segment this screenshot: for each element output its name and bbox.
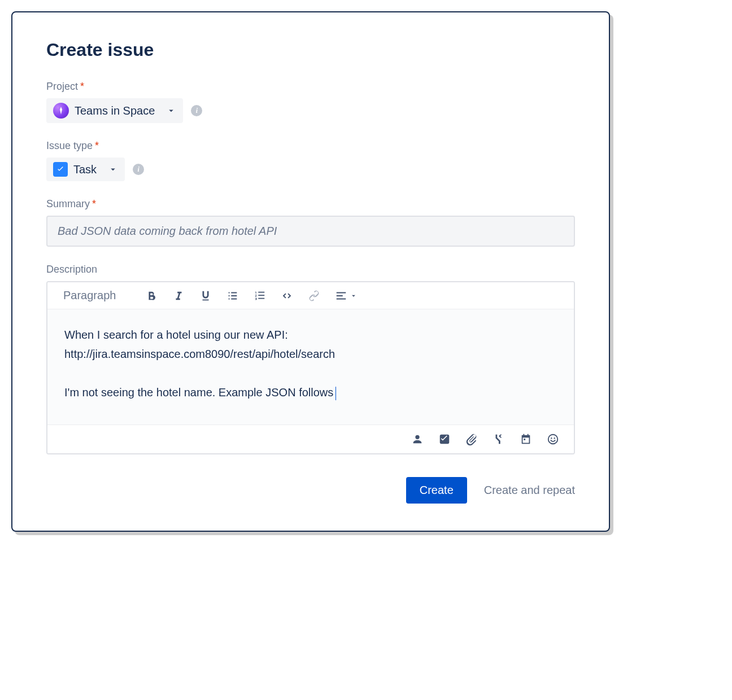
italic-button[interactable] bbox=[172, 290, 185, 302]
description-textarea[interactable]: When I search for a hotel using our new … bbox=[47, 309, 574, 425]
modal-actions: Create Create and repeat bbox=[46, 477, 575, 504]
info-icon[interactable]: i bbox=[191, 105, 202, 116]
svg-point-4 bbox=[554, 438, 555, 439]
decision-button[interactable] bbox=[493, 433, 505, 445]
issue-type-select[interactable]: Task bbox=[46, 158, 125, 181]
emoji-button[interactable] bbox=[547, 433, 559, 445]
modal-title: Create issue bbox=[46, 40, 575, 60]
link-button[interactable] bbox=[308, 290, 320, 302]
summary-field: Summary* bbox=[46, 198, 575, 247]
svg-point-2 bbox=[548, 435, 558, 444]
task-type-icon bbox=[53, 162, 68, 177]
project-select[interactable]: Teams in Space bbox=[46, 98, 183, 123]
issue-type-field: Issue type* Task i bbox=[46, 140, 575, 181]
numbered-list-button[interactable] bbox=[254, 290, 266, 302]
bullet-list-button[interactable] bbox=[226, 290, 239, 302]
svg-point-0 bbox=[60, 109, 62, 111]
description-field: Description Paragraph bbox=[46, 264, 575, 454]
project-avatar-icon bbox=[53, 103, 69, 119]
issue-type-select-value: Task bbox=[73, 163, 97, 176]
project-field: Project* Teams in Space i bbox=[46, 81, 575, 123]
create-issue-modal: Create issue Project* Teams in Space i I… bbox=[11, 11, 610, 532]
required-asterisk: * bbox=[92, 198, 96, 209]
project-label: Project* bbox=[46, 81, 575, 93]
issue-type-label: Issue type* bbox=[46, 140, 575, 152]
code-button[interactable] bbox=[281, 290, 293, 302]
description-label: Description bbox=[46, 264, 575, 275]
bold-button[interactable] bbox=[145, 290, 158, 302]
chevron-down-icon bbox=[166, 106, 176, 116]
attachment-button[interactable] bbox=[465, 433, 478, 445]
svg-rect-1 bbox=[440, 435, 450, 444]
info-icon[interactable]: i bbox=[133, 164, 144, 175]
project-select-value: Teams in Space bbox=[75, 104, 155, 117]
text-cursor bbox=[336, 387, 336, 400]
editor-footer-toolbar bbox=[47, 425, 574, 453]
action-item-button[interactable] bbox=[438, 433, 451, 445]
date-button[interactable] bbox=[520, 433, 532, 445]
underline-button[interactable] bbox=[199, 290, 212, 302]
summary-input[interactable] bbox=[46, 216, 575, 247]
rich-text-editor: Paragraph bbox=[46, 281, 575, 454]
chevron-down-icon bbox=[108, 164, 118, 174]
svg-point-3 bbox=[551, 438, 552, 439]
summary-label: Summary* bbox=[46, 198, 575, 210]
create-button[interactable]: Create bbox=[406, 477, 467, 504]
required-asterisk: * bbox=[95, 140, 99, 151]
text-style-dropdown[interactable]: Paragraph bbox=[63, 289, 116, 302]
mention-button[interactable] bbox=[411, 433, 424, 445]
editor-toolbar: Paragraph bbox=[47, 282, 574, 309]
required-asterisk: * bbox=[80, 81, 84, 92]
align-dropdown[interactable] bbox=[335, 290, 358, 302]
create-and-repeat-button[interactable]: Create and repeat bbox=[484, 484, 575, 497]
